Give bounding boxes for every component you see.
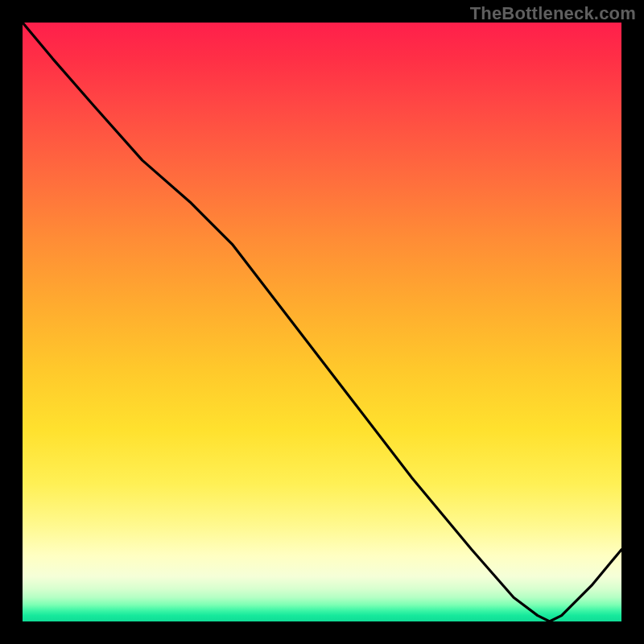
chart-frame: TheBottleneck.com — [0, 0, 644, 644]
curve-path — [23, 23, 621, 621]
line-curve — [23, 23, 621, 621]
plot-area — [23, 23, 621, 621]
watermark-text: TheBottleneck.com — [470, 3, 636, 24]
